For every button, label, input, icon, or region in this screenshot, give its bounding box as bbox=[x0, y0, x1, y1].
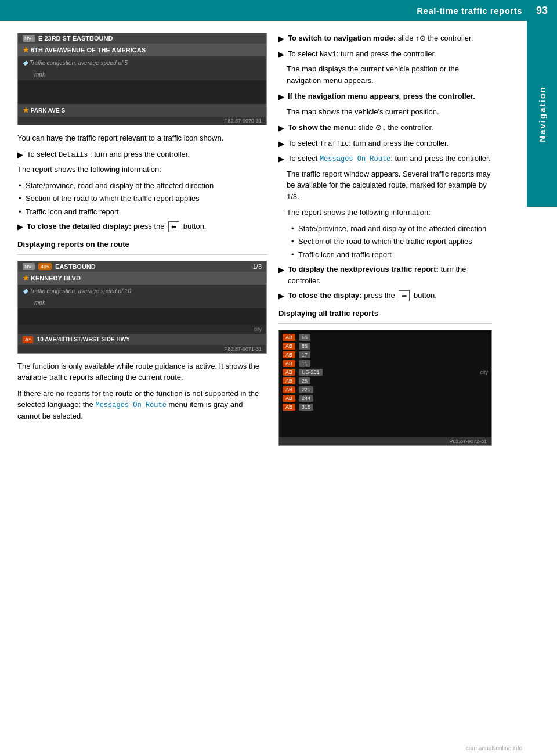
back-button-icon: ⬅ bbox=[168, 221, 179, 232]
ss1-congestion: Traffic congestion, average speed of 5 bbox=[30, 60, 128, 66]
page-number: 93 bbox=[527, 0, 557, 21]
nav-menu-bold: If the navigation menu appears, press th… bbox=[288, 92, 475, 100]
right-column: ▶ To switch to navigation mode: slide ↑⊙… bbox=[278, 33, 492, 453]
traffic-row-3: AB 17 bbox=[283, 351, 488, 358]
ss2-10ave: 10 AVE/40TH ST/WEST SIDE HWY bbox=[37, 336, 130, 343]
section2-heading: Displaying all traffic reports bbox=[278, 309, 492, 318]
traffic-badge-8: AB bbox=[283, 395, 295, 402]
switch-nav-bold: To switch to navigation mode: bbox=[288, 34, 396, 42]
ss1-row3b: mph bbox=[18, 69, 266, 80]
navi-code: Navi bbox=[320, 51, 337, 59]
ss3-image-id: P82.87-9072-31 bbox=[449, 438, 487, 444]
ss1-street: E 23RD ST EASTBOUND bbox=[38, 35, 113, 42]
select-messages-text: To select Messages On Route: turn and pr… bbox=[288, 153, 492, 165]
bullet-item-1: State/province, road and display of the … bbox=[17, 180, 267, 192]
show-menu-text: To show the menu: slide ⊙↓ the controlle… bbox=[288, 122, 492, 134]
ss1-park: PARK AVE S bbox=[31, 107, 65, 114]
switch-nav-text: To switch to navigation mode: slide ↑⊙ t… bbox=[288, 33, 492, 45]
traffic-num-2: 85 bbox=[299, 343, 310, 350]
main-content: NVI E 23RD ST EASTBOUND ★ 6TH AVE/AVENUE… bbox=[0, 21, 527, 465]
traffic-num-3: 17 bbox=[299, 351, 310, 358]
next-prev-bullet: ▶ To display the next/previous traffic r… bbox=[278, 264, 492, 286]
select-traffic-label: To select bbox=[288, 139, 320, 147]
right-info-bullets: State/province, road and display of the … bbox=[278, 223, 492, 261]
traffic-num-4: 11 bbox=[299, 360, 310, 367]
fraction: 1/3 bbox=[253, 263, 262, 270]
traffic-row-2: AB 85 bbox=[283, 343, 488, 350]
traffic-num-8: 244 bbox=[299, 395, 313, 402]
info-bullet-list: State/province, road and display of the … bbox=[17, 180, 267, 218]
select-traffic-bullet: ▶ To select Traffic: turn and press the … bbox=[278, 138, 492, 150]
right-bullet-2: Section of the road to which the traffic… bbox=[290, 236, 492, 247]
ss2-congestion: Traffic congestion, average speed of 10 bbox=[30, 288, 131, 294]
details-rest: : turn and press the controller. bbox=[90, 150, 190, 159]
arrow-icon9: ▶ bbox=[278, 264, 284, 286]
ss2-row3b: mph bbox=[18, 297, 266, 308]
screenshot-traffic-icon: NVI E 23RD ST EASTBOUND ★ 6TH AVE/AVENUE… bbox=[17, 33, 267, 125]
traffic-badge-4: AB bbox=[283, 360, 295, 367]
traffic-code: Traffic bbox=[320, 140, 349, 148]
arrow-icon5: ▶ bbox=[278, 91, 284, 103]
ss1-row3: ◆ Traffic congestion, average speed of 5 bbox=[18, 56, 266, 69]
divider2 bbox=[278, 323, 492, 324]
switch-nav-rest: slide ↑⊙ the controller. bbox=[398, 34, 473, 42]
close-label: To close the detailed display: bbox=[27, 222, 131, 231]
close2-bold: To close the display: bbox=[288, 291, 362, 300]
select-navi-text: To select Navi: turn and press the contr… bbox=[288, 48, 492, 60]
messages-code: Messages On Route bbox=[320, 155, 390, 163]
ss1-avenue: 6TH AVE/AVENUE OF THE AMERICAS bbox=[31, 46, 146, 53]
arrow-icon7: ▶ bbox=[278, 138, 284, 150]
traffic-row-7: AB 221 bbox=[283, 386, 488, 393]
close2-bullet: ▶ To close the display: press the ⬅ butt… bbox=[278, 290, 492, 302]
ss1-spacer bbox=[18, 80, 266, 104]
show-menu-rest: slide ⊙↓ the controller. bbox=[358, 123, 433, 132]
ss2-kennedy: KENNEDY BLVD bbox=[31, 275, 81, 282]
details-text: To select Details : turn and press the c… bbox=[27, 149, 267, 161]
traffic-row-5: AB US-231 city bbox=[283, 369, 488, 376]
traffic-badge-2: AB bbox=[283, 343, 295, 350]
details-bullet: ▶ To select Details : turn and press the… bbox=[17, 149, 267, 161]
divider1 bbox=[17, 254, 267, 255]
bullet-item-2: Section of the road to which the traffic… bbox=[17, 193, 267, 204]
details-code: Details bbox=[59, 151, 88, 159]
show-menu-bold: To show the menu: bbox=[288, 123, 356, 132]
report-intro: The report shows the following informati… bbox=[17, 164, 267, 175]
ss3-id-bar: P82.87-9072-31 bbox=[279, 437, 491, 445]
ss2-eastbound: EASTBOUND bbox=[55, 263, 96, 270]
para3: If there are no reports for the route or… bbox=[17, 388, 267, 422]
select-messages-bullet: ▶ To select Messages On Route: turn and … bbox=[278, 153, 492, 165]
traffic-num-1: 65 bbox=[299, 334, 310, 341]
traffic-report-window-para: The traffic report window appears. Sever… bbox=[278, 168, 492, 203]
close-rest: press the bbox=[133, 222, 164, 231]
header-bar: Real-time traffic reports bbox=[0, 0, 557, 21]
close-display-bullet: ▶ To close the detailed display: press t… bbox=[17, 221, 267, 233]
arrow-icon3: ▶ bbox=[278, 33, 284, 45]
next-prev-bold: To display the next/previous traffic rep… bbox=[288, 265, 439, 273]
star-icon3: ★ bbox=[23, 274, 29, 282]
ss2-row1: NVI 495 EASTBOUND 1/3 bbox=[18, 261, 266, 272]
arrow-icon6: ▶ bbox=[278, 123, 284, 134]
show-menu-bullet: ▶ To show the menu: slide ⊙↓ the control… bbox=[278, 122, 492, 134]
close-text: To close the detailed display: press the… bbox=[27, 221, 267, 233]
traffic-city-label: city bbox=[480, 369, 489, 375]
star-icon2: ★ bbox=[23, 106, 29, 114]
select-navi-bullet: ▶ To select Navi: turn and press the con… bbox=[278, 48, 492, 60]
traffic-rest: : turn and press the controller. bbox=[349, 139, 449, 147]
ss2-city: city bbox=[18, 325, 266, 334]
select-traffic-text: To select Traffic: turn and press the co… bbox=[288, 138, 492, 150]
traffic-badge-1: AB bbox=[283, 334, 295, 341]
switch-nav-bullet: ▶ To switch to navigation mode: slide ↑⊙… bbox=[278, 33, 492, 45]
ss1-row1: NVI E 23RD ST EASTBOUND bbox=[18, 33, 266, 44]
traffic-row-8: AB 244 bbox=[283, 395, 488, 402]
select-msg-label: To select bbox=[288, 154, 320, 163]
nav-menu-text: If the navigation menu appears, press th… bbox=[288, 91, 492, 103]
right-bullet-3: Traffic icon and traffic report bbox=[290, 249, 492, 261]
report-shows-para: The report shows the following informati… bbox=[278, 207, 492, 218]
ss1-row2: ★ 6TH AVE/AVENUE OF THE AMERICAS bbox=[18, 44, 266, 56]
map-displays-para: The map displays the current vehicle pos… bbox=[278, 63, 492, 86]
traffic-badge-6: AB bbox=[283, 377, 295, 384]
ss2-row2: ★ KENNEDY BLVD bbox=[18, 272, 266, 285]
diamond-icon2: ◆ bbox=[23, 287, 28, 295]
arrow-icon8: ▶ bbox=[278, 153, 284, 165]
ss1-row4: ★ PARK AVE S bbox=[18, 104, 266, 117]
